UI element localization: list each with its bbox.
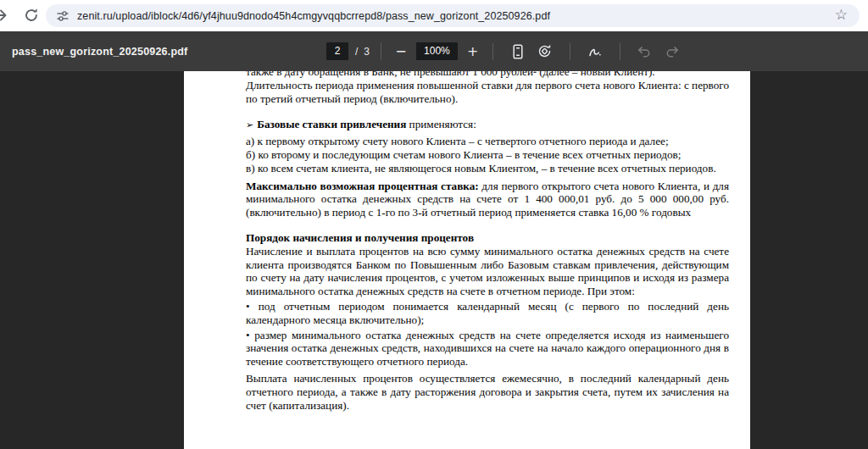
rotate-button[interactable] xyxy=(535,42,555,62)
pdf-page[interactable]: также в дату обращения в Банк, не превыш… xyxy=(184,71,750,449)
reload-icon[interactable] xyxy=(24,8,39,23)
draw-annotate-button[interactable] xyxy=(585,42,605,62)
undo-button[interactable] xyxy=(635,42,655,62)
separator xyxy=(381,43,381,60)
arrow-bullet-icon: ➢ xyxy=(246,119,253,130)
address-bar[interactable]: zenit.ru/upload/iblock/4d6/yf4jhuu9dnodo… xyxy=(46,4,860,27)
pdf-filename: pass_new_gorizont_20250926.pdf xyxy=(12,31,187,71)
redo-button[interactable] xyxy=(662,42,682,62)
url-text[interactable]: zenit.ru/upload/iblock/4d6/yf4jhuu9dnodo… xyxy=(77,10,550,22)
base-rates-heading: ➢Базовые ставки привлечения применяются: xyxy=(246,118,729,132)
bullet-reporting-period: • под отчетным периодом понимается кален… xyxy=(246,300,729,327)
list-item-v: в) ко всем счетам клиента, не являющегос… xyxy=(246,162,729,175)
bullet-min-balance: • размер минимального остатка денежных с… xyxy=(246,329,729,369)
bookmark-star-icon[interactable]: ☆ xyxy=(835,7,848,24)
base-rates-list: а) к первому открытому счету нового Клие… xyxy=(246,135,729,175)
page-divider: / xyxy=(355,46,358,58)
paragraph-new-client-clipped: также в дату обращения в Банк, не превыш… xyxy=(246,71,729,79)
fit-to-page-button[interactable] xyxy=(508,42,528,62)
zoom-level[interactable]: 100% xyxy=(416,42,458,60)
zoom-out-button[interactable]: − xyxy=(392,42,409,61)
list-item-a: а) к первому открытому счету нового Клие… xyxy=(246,135,729,148)
separator xyxy=(492,43,493,60)
pdf-toolbar: pass_new_gorizont_20250926.pdf 2 / 3 − 1… xyxy=(0,31,868,71)
interest-order-heading: Порядок начисления и получения процентов xyxy=(246,231,729,245)
site-settings-icon[interactable] xyxy=(56,9,70,23)
zoom-in-button[interactable]: + xyxy=(465,42,481,61)
browser-topbar: zenit.ru/upload/iblock/4d6/yf4jhuu9dnodo… xyxy=(0,0,868,31)
max-rate-paragraph: Максимально возможная процентная ставка:… xyxy=(246,180,729,219)
base-rates-rest: применяются: xyxy=(409,118,476,130)
separator xyxy=(570,43,570,60)
interest-order-body: Начисление и выплата процентов на всю су… xyxy=(246,245,729,298)
paragraph-duration: Длительность периода применения повышенн… xyxy=(246,79,729,106)
page-total: 3 xyxy=(364,46,370,58)
separator xyxy=(620,43,620,60)
document-text: также в дату обращения в Банк, не превыш… xyxy=(246,71,729,412)
max-rate-bold: Максимально возможная процентная ставка: xyxy=(246,180,479,192)
pdf-controls: 2 / 3 − 100% + xyxy=(326,31,686,71)
list-item-b: б) ко второму и последующим счетам новог… xyxy=(246,148,729,162)
base-rates-bold: Базовые ставки привлечения xyxy=(257,118,406,130)
forward-arrow-icon[interactable] xyxy=(0,8,8,23)
pdf-content-area[interactable]: также в дату обращения в Банк, не превыш… xyxy=(0,71,868,449)
page-number-input[interactable]: 2 xyxy=(326,42,348,60)
payout-paragraph: Выплата начисленных процентов осуществля… xyxy=(246,372,729,412)
